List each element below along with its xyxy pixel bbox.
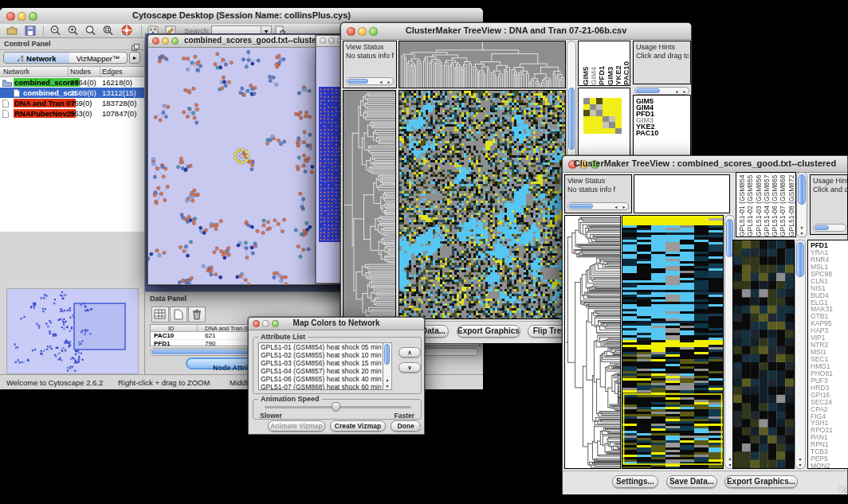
matrix-cell[interactable] xyxy=(596,98,603,104)
matrix-cell[interactable] xyxy=(609,122,615,128)
minimize-icon[interactable] xyxy=(162,37,169,45)
table-view-icon[interactable] xyxy=(151,307,169,322)
att-item[interactable]: GPL51-07 (GSM868) heat shock 60 min xyxy=(261,383,383,390)
attribute-list-scrollbar[interactable] xyxy=(383,342,392,390)
matrix-cell[interactable] xyxy=(596,116,603,123)
move-up-button[interactable]: ∧ xyxy=(398,347,421,357)
delete-attribute-icon[interactable] xyxy=(188,307,206,322)
scroll-down-icon[interactable] xyxy=(796,463,804,467)
scroll-left-icon[interactable] xyxy=(673,89,681,94)
rot-item[interactable]: GPL51-02 (GSM855) xyxy=(746,174,754,236)
matrix-cell[interactable] xyxy=(583,116,590,123)
scroll-down-icon[interactable] xyxy=(798,231,806,236)
resize-grip[interactable] xyxy=(415,425,423,433)
usage-hints-scrollbar[interactable] xyxy=(813,224,846,232)
matrix-cell[interactable] xyxy=(615,128,622,135)
matrix-cell[interactable] xyxy=(596,104,603,111)
tab-vizmapper[interactable]: VizMapper™ xyxy=(69,52,128,64)
rot-item[interactable]: GIM4 xyxy=(589,43,597,85)
scroll-right-icon[interactable] xyxy=(620,205,628,209)
tab-network[interactable]: Network xyxy=(3,52,70,64)
matrix-cell[interactable] xyxy=(590,104,596,111)
matrix-cell[interactable] xyxy=(590,98,596,104)
matrix-cell[interactable] xyxy=(583,128,590,135)
matrix-cell[interactable] xyxy=(609,98,615,104)
rot-item[interactable]: GPL51-03 (GSM856) xyxy=(755,174,763,236)
settings-button[interactable]: Settings... xyxy=(612,475,658,488)
move-down-button[interactable]: ∨ xyxy=(398,362,421,373)
rot-item[interactable]: GIM5 xyxy=(581,43,589,85)
col-header-network[interactable]: Network xyxy=(3,68,29,76)
zoom-selected-icon[interactable] xyxy=(84,25,97,36)
matrix-cell[interactable] xyxy=(615,110,622,116)
att-item[interactable]: GPL51-02 (GSM855) heat shock 10 min xyxy=(261,351,383,359)
tv2-column-labels[interactable]: GPL51-01 (GSM854)GPL51-02 (GSM855)GPL51-… xyxy=(736,172,796,237)
rn-item[interactable]: PAC10 xyxy=(636,130,690,136)
matrix-cell[interactable] xyxy=(615,98,622,104)
col-header-edges[interactable]: Edges xyxy=(102,68,123,76)
save-icon[interactable] xyxy=(25,25,37,36)
close-icon[interactable] xyxy=(152,37,159,45)
matrix-cell[interactable] xyxy=(603,110,609,116)
tv1-mini-matrix[interactable] xyxy=(583,98,622,134)
view-status-scrollbar[interactable] xyxy=(346,77,394,85)
matrix-cell[interactable] xyxy=(609,128,615,135)
zoom-out-icon[interactable] xyxy=(49,25,62,36)
tv2-row-dendrogram[interactable] xyxy=(565,216,620,468)
matrix-cell[interactable] xyxy=(603,98,609,104)
matrix-cell[interactable] xyxy=(603,104,609,111)
col-header-nodes[interactable]: Nodes xyxy=(70,68,91,76)
rot-item[interactable]: PFD1 xyxy=(597,43,605,85)
matrix-cell[interactable] xyxy=(609,116,615,123)
matrix-cell[interactable] xyxy=(590,122,596,128)
export-graphics-button[interactable]: Export Graphics... xyxy=(724,475,798,488)
scroll-up-icon[interactable] xyxy=(798,225,806,229)
zoom-in-icon[interactable] xyxy=(67,25,80,36)
matrix-cell[interactable] xyxy=(596,128,603,135)
att-item[interactable]: GPL51-04 (GSM857) heat shock 20 min xyxy=(261,367,383,375)
att-item[interactable]: GPL51-03 (GSM856) heat shock 15 min xyxy=(261,359,383,367)
save-data-button[interactable]: Save Data... xyxy=(666,475,717,488)
minimize-icon[interactable] xyxy=(328,37,335,44)
tv2-zoom-vscrollbar[interactable] xyxy=(795,240,806,469)
rot-item[interactable]: YKE2 xyxy=(614,43,622,85)
tv2-heatmap[interactable] xyxy=(622,216,723,468)
matrix-cell[interactable] xyxy=(609,104,615,111)
matrix-cell[interactable] xyxy=(583,110,590,116)
animation-slider-thumb[interactable] xyxy=(332,402,340,412)
gl-item[interactable]: MON2 xyxy=(811,463,848,469)
network-tree-row[interactable]: RNAPuberNov2+563(0)107847(0) xyxy=(0,108,144,119)
tv1-row-dendrogram[interactable] xyxy=(344,91,395,318)
network-tree-row[interactable]: combined_scores2764(0)16218(0) xyxy=(0,77,144,88)
rot-item[interactable]: GPL51-07 (GSM868) xyxy=(779,174,787,236)
scroll-down-icon[interactable] xyxy=(383,384,391,389)
matrix-cell[interactable] xyxy=(615,104,622,111)
att-item[interactable]: GPL51-06 (GSM865) heat shock 40 min xyxy=(261,375,383,383)
open-file-icon[interactable] xyxy=(6,25,19,36)
new-attribute-icon[interactable] xyxy=(170,307,187,322)
matrix-cell[interactable] xyxy=(590,128,596,135)
matrix-cell[interactable] xyxy=(615,122,622,128)
network-tree-row[interactable]: combined_sco2569(6)13112(15) xyxy=(0,88,144,98)
matrix-cell[interactable] xyxy=(603,116,609,123)
scroll-up-icon[interactable] xyxy=(383,377,391,382)
scroll-up-icon[interactable] xyxy=(796,456,804,461)
animate-vizmap-button[interactable]: Animate Vizmap xyxy=(268,420,325,432)
export-graphics-button[interactable]: Export Graphics... xyxy=(457,325,520,338)
tv2-zoom-heatmap[interactable] xyxy=(733,240,794,468)
tv1-column-dendrogram[interactable] xyxy=(399,41,565,88)
attribute-list[interactable]: GPL51-01 (GSM854) heat shock 05 minGPL51… xyxy=(258,342,383,390)
scroll-right-icon[interactable] xyxy=(385,80,393,84)
matrix-cell[interactable] xyxy=(615,116,622,123)
scroll-left-icon[interactable] xyxy=(377,80,385,84)
datacol-id[interactable]: ID xyxy=(168,325,175,332)
help-lifesaver-icon[interactable] xyxy=(121,25,134,36)
create-vizmap-button[interactable]: Create Vizmap xyxy=(330,420,386,432)
zoom-window-icon[interactable] xyxy=(171,37,179,45)
rot-item[interactable]: PAC10 xyxy=(622,43,630,85)
matrix-cell[interactable] xyxy=(590,116,596,123)
matrix-cell[interactable] xyxy=(596,110,603,116)
att-item[interactable]: GPL51-01 (GSM854) heat shock 05 min xyxy=(261,343,383,351)
tv1-heatmap[interactable] xyxy=(399,91,565,318)
tv1-column-labels[interactable]: GIM5GIM4PFD1GIM3YKE2PAC10 xyxy=(578,41,630,86)
